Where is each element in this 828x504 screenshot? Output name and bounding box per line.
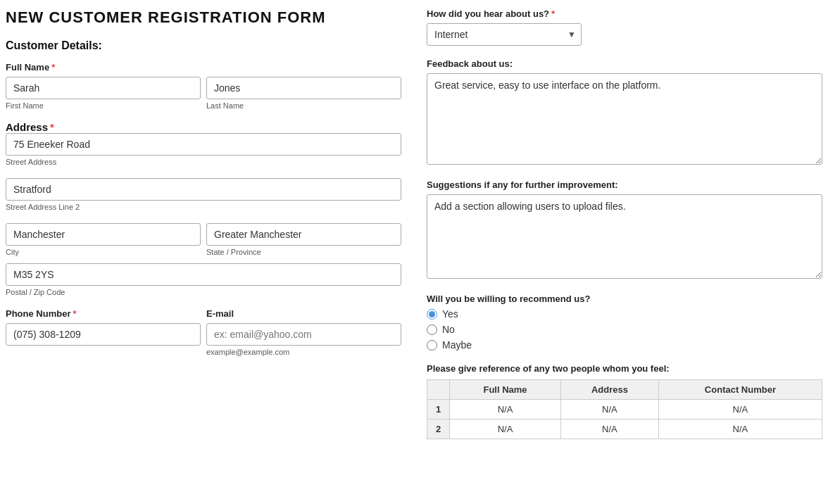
postal-input[interactable] bbox=[6, 263, 401, 286]
table-row-1-full-name: N/A bbox=[450, 400, 561, 420]
recommend-section: Will you be willing to recommend us? Yes… bbox=[427, 294, 822, 351]
reference-section: Please give reference of any two people … bbox=[427, 363, 822, 439]
full-name-label: Full Name* bbox=[6, 62, 401, 73]
recommend-no-radio[interactable] bbox=[427, 325, 437, 335]
postal-group: Postal / Zip Code bbox=[6, 263, 401, 297]
street-address-label: Street Address bbox=[6, 158, 56, 166]
state-input[interactable] bbox=[206, 223, 401, 246]
first-name-col: First Name bbox=[6, 77, 201, 110]
first-name-label: First Name bbox=[6, 101, 201, 110]
street-address2-group: Street Address Line 2 bbox=[6, 178, 401, 212]
customer-details-heading: Customer Details: bbox=[6, 39, 401, 52]
table-row-2-num: 2 bbox=[427, 420, 450, 439]
table-row-2-full-name: N/A bbox=[450, 420, 561, 439]
hear-about-label: How did you hear about us?* bbox=[427, 8, 822, 19]
phone-input[interactable] bbox=[6, 323, 201, 346]
last-name-input[interactable] bbox=[206, 77, 401, 99]
address-label: Address* bbox=[6, 121, 54, 133]
email-label: E-mail bbox=[206, 308, 401, 319]
recommend-yes-radio[interactable] bbox=[427, 309, 437, 320]
table-row-1-address: N/A bbox=[561, 400, 659, 420]
page-title: NEW CUSTOMER REGISTRATION FORM bbox=[6, 8, 401, 27]
recommend-maybe-label: Maybe bbox=[442, 339, 472, 351]
recommend-label: Will you be willing to recommend us? bbox=[427, 294, 822, 304]
reference-table-header-row: Full Name Address Contact Number bbox=[427, 380, 822, 400]
street-address-input[interactable] bbox=[6, 133, 401, 156]
page-container: NEW CUSTOMER REGISTRATION FORM Customer … bbox=[0, 0, 828, 504]
recommend-radio-group: Yes No Maybe bbox=[427, 308, 822, 351]
phone-col: Phone Number* bbox=[6, 308, 201, 356]
suggestions-section: Suggestions if any for further improveme… bbox=[427, 179, 822, 281]
recommend-no-option[interactable]: No bbox=[427, 324, 822, 335]
table-row-2-address: N/A bbox=[561, 420, 659, 439]
full-name-input-row: First Name Last Name bbox=[6, 77, 401, 110]
table-header-address: Address bbox=[561, 380, 659, 400]
full-name-group: Full Name* First Name Last Name bbox=[6, 62, 401, 110]
address-required-star: * bbox=[50, 121, 54, 133]
last-name-label: Last Name bbox=[206, 101, 401, 110]
recommend-yes-option[interactable]: Yes bbox=[427, 308, 822, 320]
street-address-group: Street Address bbox=[6, 133, 401, 167]
hear-required-star: * bbox=[551, 8, 555, 19]
table-row-1-num: 1 bbox=[427, 400, 450, 420]
phone-required-star: * bbox=[73, 308, 76, 319]
city-input[interactable] bbox=[6, 223, 201, 246]
phone-label: Phone Number* bbox=[6, 308, 201, 319]
suggestions-label: Suggestions if any for further improveme… bbox=[427, 179, 822, 190]
street-address2-input[interactable] bbox=[6, 178, 401, 201]
recommend-maybe-option[interactable]: Maybe bbox=[427, 339, 822, 351]
city-col: City bbox=[6, 223, 201, 256]
left-panel: NEW CUSTOMER REGISTRATION FORM Customer … bbox=[0, 0, 415, 504]
table-header-contact: Contact Number bbox=[658, 380, 822, 400]
table-row: 2 N/A N/A N/A bbox=[427, 420, 822, 439]
email-sub-label: example@example.com bbox=[206, 348, 401, 356]
hear-about-select-wrapper: Internet Friend Advertisement Other ▼ bbox=[427, 23, 582, 46]
required-star: * bbox=[51, 62, 55, 73]
feedback-textarea[interactable]: Great service, easy to use interface on … bbox=[427, 73, 822, 165]
state-label: State / Province bbox=[206, 248, 401, 256]
recommend-maybe-radio[interactable] bbox=[427, 340, 437, 351]
reference-label: Please give reference of any two people … bbox=[427, 363, 822, 374]
feedback-section: Feedback about us: Great service, easy t… bbox=[427, 58, 822, 167]
first-name-input[interactable] bbox=[6, 77, 201, 99]
table-row-1-contact: N/A bbox=[658, 400, 822, 420]
address-group: Address* Street Address Street Address L… bbox=[6, 121, 401, 297]
email-col: E-mail example@example.com bbox=[206, 308, 401, 356]
city-state-row: City State / Province bbox=[6, 223, 401, 256]
hear-about-section: How did you hear about us?* Internet Fri… bbox=[427, 8, 822, 46]
table-row-2-contact: N/A bbox=[658, 420, 822, 439]
reference-table: Full Name Address Contact Number 1 N/A N… bbox=[427, 379, 822, 439]
right-panel: How did you hear about us?* Internet Fri… bbox=[415, 0, 828, 504]
recommend-no-label: No bbox=[442, 324, 455, 335]
hear-about-select[interactable]: Internet Friend Advertisement Other bbox=[427, 23, 582, 46]
last-name-col: Last Name bbox=[206, 77, 401, 110]
email-input[interactable] bbox=[206, 323, 401, 346]
table-header-full-name: Full Name bbox=[450, 380, 561, 400]
state-col: State / Province bbox=[206, 223, 401, 256]
contact-row: Phone Number* E-mail example@example.com bbox=[6, 308, 401, 356]
table-row: 1 N/A N/A N/A bbox=[427, 400, 822, 420]
suggestions-textarea[interactable]: Add a section allowing users to upload f… bbox=[427, 194, 822, 279]
feedback-label: Feedback about us: bbox=[427, 58, 822, 69]
street-address2-label: Street Address Line 2 bbox=[6, 203, 80, 211]
city-label: City bbox=[6, 248, 201, 256]
postal-label: Postal / Zip Code bbox=[6, 288, 65, 296]
table-header-row-num bbox=[427, 380, 450, 400]
recommend-yes-label: Yes bbox=[442, 308, 458, 320]
